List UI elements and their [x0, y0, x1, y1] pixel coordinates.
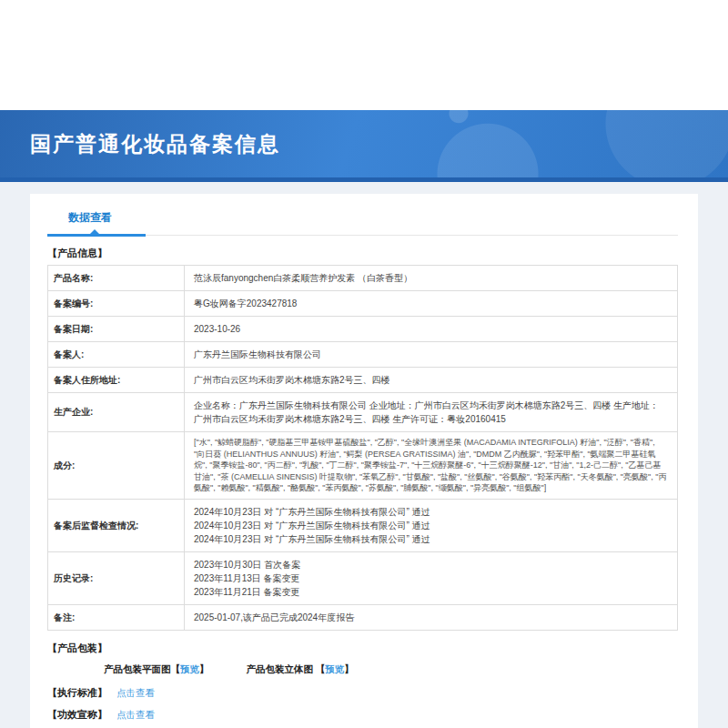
page-title: 国产普通化妆品备案信息: [30, 130, 280, 158]
row-label: 备注:: [48, 605, 185, 630]
row-value: 2025-01-07,该产品已完成2024年度报告: [185, 605, 677, 630]
packaging-flat-label: 产品包装平面图: [104, 663, 171, 674]
standard-row: 【执行标准】点击查看: [47, 686, 678, 700]
efficacy-view-link[interactable]: 点击查看: [116, 709, 155, 720]
content-card: 数据查看 【产品信息】 产品名称: 范泳辰fanyongchen白茶柔顺营养护发…: [30, 194, 698, 728]
row-label: 产品名称:: [48, 266, 185, 290]
packaging-stereo-item: 产品包装立体图 【预览】: [246, 663, 353, 676]
efficacy-section-title: 【功效宣称】: [47, 709, 107, 720]
table-row-supervision-checks: 备案后监督检查情况: 2024年10月23日 对 “广东丹兰国际生物科技有限公司…: [48, 500, 677, 552]
product-info-section-title: 【产品信息】: [47, 247, 678, 260]
top-whitespace: [0, 0, 728, 110]
row-value: 2023-10-26: [185, 317, 677, 341]
row-label: 备案日期:: [48, 317, 185, 341]
product-info-table: 产品名称: 范泳辰fanyongchen白茶柔顺营养护发素 （白茶香型） 备案编…: [47, 265, 678, 631]
row-label: 备案人:: [48, 342, 185, 367]
bracket-open: 【: [316, 663, 326, 674]
efficacy-row: 【功效宣称】点击查看: [47, 708, 678, 722]
table-row-registrant: 备案人: 广东丹兰国际生物科技有限公司: [48, 342, 677, 368]
tab-active-indicator: [47, 234, 146, 237]
standard-section-title: 【执行标准】: [47, 687, 107, 698]
table-row-registrant-address: 备案人住所地址: 广州市白云区均禾街罗岗木棉塘东路2号三、四楼: [48, 368, 677, 393]
row-value: 粤G妆网备字2023427818: [185, 291, 677, 316]
table-row-product-name: 产品名称: 范泳辰fanyongchen白茶柔顺营养护发素 （白茶香型）: [48, 266, 677, 291]
tab-bar: 数据查看: [47, 208, 678, 236]
tab-data-view[interactable]: 数据查看: [68, 210, 112, 226]
row-value: 企业名称：广东丹兰国际生物科技有限公司 企业地址：广州市白云区均禾街罗岗木棉塘东…: [185, 393, 677, 431]
row-value: 2024年10月23日 对 “广东丹兰国际生物科技有限公司” 通过 2024年1…: [185, 500, 677, 551]
packaging-section-title: 【产品包装】: [47, 642, 678, 655]
table-row-registration-number: 备案编号: 粤G妆网备字2023427818: [48, 291, 677, 317]
row-value: 2023年10月30日 首次备案 2023年11月13日 备案变更 2023年1…: [185, 552, 677, 604]
row-label: 历史记录:: [48, 552, 185, 604]
bracket-open: 【: [171, 663, 181, 674]
row-label: 备案人住所地址:: [48, 368, 185, 392]
row-label: 备案后监督检查情况:: [48, 500, 185, 551]
standard-view-link[interactable]: 点击查看: [116, 687, 155, 698]
row-value: 广州市白云区均禾街罗岗木棉塘东路2号三、四楼: [185, 368, 677, 392]
row-value: ["水", "鲸蜡硬脂醇", "硬脂基三甲基铵甲基硫酸盐", "乙醇", "全缘…: [185, 432, 677, 499]
packaging-flat-preview-link[interactable]: 预览: [180, 663, 199, 674]
packaging-links-row: 产品包装平面图【预览】 产品包装立体图 【预览】: [104, 663, 678, 676]
page-banner: 国产普通化妆品备案信息: [0, 110, 728, 182]
row-label: 成分:: [48, 432, 185, 499]
table-row-manufacturer: 生产企业: 企业名称：广东丹兰国际生物科技有限公司 企业地址：广州市白云区均禾街…: [48, 393, 677, 432]
tab-active-triangle-icon: [90, 229, 99, 234]
packaging-stereo-preview-link[interactable]: 预览: [325, 663, 344, 674]
row-label: 备案编号:: [48, 291, 185, 316]
packaging-flat-item: 产品包装平面图【预览】: [104, 663, 209, 676]
row-value: 广东丹兰国际生物科技有限公司: [185, 342, 677, 367]
row-value: 范泳辰fanyongchen白茶柔顺营养护发素 （白茶香型）: [185, 266, 677, 290]
table-row-registration-date: 备案日期: 2023-10-26: [48, 317, 677, 342]
content-background: 数据查看 【产品信息】 产品名称: 范泳辰fanyongchen白茶柔顺营养护发…: [0, 182, 728, 728]
bracket-close: 】: [199, 663, 209, 674]
bracket-close: 】: [344, 663, 354, 674]
table-row-history: 历史记录: 2023年10月30日 首次备案 2023年11月13日 备案变更 …: [48, 552, 677, 605]
packaging-stereo-label: 产品包装立体图: [246, 663, 315, 674]
table-row-ingredients: 成分: ["水", "鲸蜡硬脂醇", "硬脂基三甲基铵甲基硫酸盐", "乙醇",…: [48, 432, 677, 500]
table-row-remarks: 备注: 2025-01-07,该产品已完成2024年度报告: [48, 605, 677, 630]
row-label: 生产企业:: [48, 393, 185, 431]
